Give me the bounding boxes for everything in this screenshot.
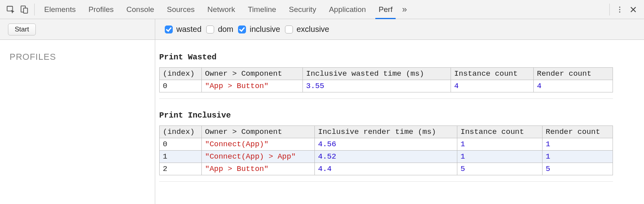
col-owner: Owner > Component [202,68,303,80]
table-cell: 4 [451,80,534,92]
tab-profiles[interactable]: Profiles [82,0,120,19]
tab-elements[interactable]: Elements [38,0,82,19]
tab-console[interactable]: Console [120,0,161,19]
table-cell: "Connect(App)" [202,138,315,151]
wasted-table-footer [159,96,613,99]
tab-application[interactable]: Application [322,0,372,19]
col-instances: Instance count [457,126,543,138]
sidebar-heading: PROFILES [10,52,145,62]
inclusive-tbody: 0"Connect(App)"4.56111"Connect(App) > Ap… [160,138,613,175]
inclusive-table-footer [159,179,613,182]
device-toggle-icon[interactable] [18,3,31,16]
content-pane: Print Wasted (index) Owner > Component I… [155,40,644,204]
table-cell: 5 [457,163,543,175]
inclusive-label[interactable]: inclusive [250,25,280,34]
tab-perf[interactable]: Perf [372,0,399,19]
table-cell: 0 [160,80,202,92]
svg-point-5 [619,11,621,12]
inclusive-table: (index) Owner > Component Inclusive rend… [159,126,613,175]
kebab-menu-icon[interactable] [613,3,626,16]
table-cell: "Connect(App) > App" [202,151,315,163]
tab-sources[interactable]: Sources [160,0,201,19]
col-renders: Render count [534,68,613,80]
table-cell: 2 [160,163,202,175]
col-index: (index) [160,126,202,138]
table-cell: "App > Button" [202,163,315,175]
table-cell: 4.4 [315,163,457,175]
table-cell: "App > Button" [202,80,303,92]
tabs-overflow-icon[interactable]: » [399,4,410,15]
main-split: PROFILES Print Wasted (index) Owner > Co… [0,40,644,204]
svg-point-3 [619,6,621,8]
table-cell: 0 [160,138,202,151]
inclusive-header-row: (index) Owner > Component Inclusive rend… [160,126,613,138]
dom-checkbox[interactable] [206,26,214,33]
col-instances: Instance count [451,68,534,80]
perf-toolbar: Start wasted dom inclusive exclusive [0,19,644,40]
wasted-table: (index) Owner > Component Inclusive wast… [159,67,613,92]
devtools-tabbar: Elements Profiles Console Sources Networ… [0,0,644,19]
table-cell: 1 [160,151,202,163]
col-renders: Render count [543,126,613,138]
start-button[interactable]: Start [8,24,36,35]
table-cell: 3.55 [303,80,451,92]
table-cell: 1 [457,151,543,163]
table-cell: 1 [543,151,613,163]
col-time: Inclusive wasted time (ms) [303,68,451,80]
table-row: 0"Connect(App)"4.5611 [160,138,613,151]
wasted-label[interactable]: wasted [176,25,201,34]
table-cell: 4 [534,80,613,92]
tab-security[interactable]: Security [283,0,323,19]
exclusive-checkbox[interactable] [285,26,293,33]
tab-divider [34,4,35,16]
table-cell: 4.52 [315,151,457,163]
inclusive-title: Print Inclusive [159,111,640,120]
wasted-title: Print Wasted [159,53,640,62]
col-owner: Owner > Component [202,126,315,138]
col-time: Inclusive render time (ms) [315,126,457,138]
wasted-tbody: 0"App > Button"3.5544 [160,80,613,92]
wasted-header-row: (index) Owner > Component Inclusive wast… [160,68,613,80]
wasted-checkbox[interactable] [165,26,173,33]
col-index: (index) [160,68,202,80]
svg-rect-2 [23,8,27,13]
table-cell: 4.56 [315,138,457,151]
sidebar: PROFILES [0,40,155,204]
tab-network[interactable]: Network [201,0,242,19]
table-cell: 1 [457,138,543,151]
table-cell: 1 [543,138,613,151]
tab-divider-right [609,4,610,16]
dom-label[interactable]: dom [218,25,233,34]
table-row: 0"App > Button"3.5544 [160,80,613,92]
close-icon[interactable] [626,3,640,16]
tab-timeline[interactable]: Timeline [242,0,283,19]
exclusive-label[interactable]: exclusive [297,25,329,34]
table-row: 1"Connect(App) > App"4.5211 [160,151,613,163]
inspect-icon[interactable] [4,3,18,16]
table-row: 2"App > Button"4.455 [160,163,613,175]
table-cell: 5 [543,163,613,175]
inclusive-checkbox[interactable] [238,26,246,33]
svg-point-4 [619,9,621,10]
